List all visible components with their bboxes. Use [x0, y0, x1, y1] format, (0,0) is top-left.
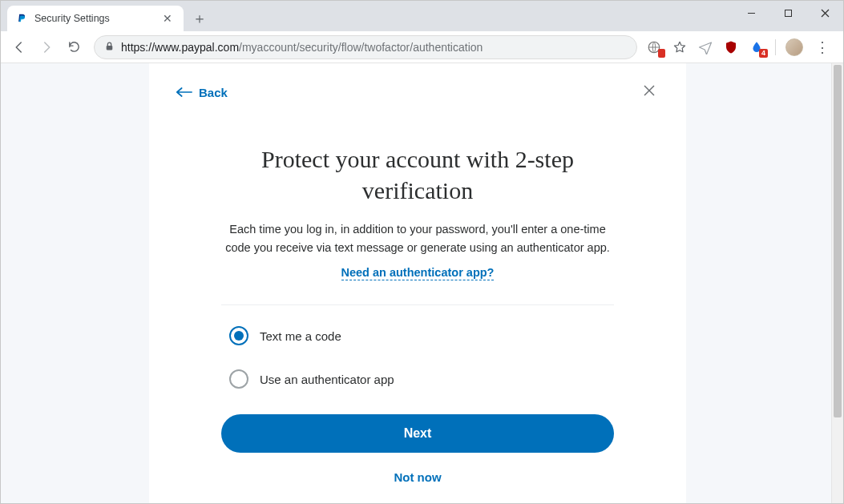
ublock-extension-icon[interactable] [722, 38, 740, 56]
plane-extension-icon[interactable] [697, 38, 714, 56]
nav-reload-button[interactable] [62, 35, 86, 59]
divider [221, 304, 614, 305]
extension-badge [658, 49, 665, 58]
translate-extension-icon[interactable] [645, 38, 663, 56]
avatar-icon [785, 38, 803, 56]
toolbar-separator [775, 39, 776, 55]
radio-unselected-icon [229, 369, 248, 389]
titlebar: Security Settings ✕ ＋ [1, 1, 843, 31]
help-link[interactable]: Need an authenticator app? [341, 266, 495, 280]
window-close-button[interactable] [806, 1, 843, 25]
panel-header: Back [149, 63, 686, 111]
nav-back-button[interactable] [7, 35, 31, 59]
window-maximize-button[interactable] [769, 1, 806, 25]
url-path: /myaccount/security/flow/twofactor/authe… [239, 41, 483, 54]
window-minimize-button[interactable] [733, 1, 769, 25]
page-heading: Protect your account with 2-step verific… [221, 143, 614, 206]
option-text-me[interactable]: Text me a code [229, 326, 606, 345]
radio-selected-icon [229, 326, 248, 345]
scrollbar-track[interactable] [831, 63, 843, 503]
twofactor-panel: Back Protect your account with 2-step ve… [149, 63, 686, 503]
svg-rect-1 [785, 10, 791, 16]
url-host: https://www.paypal.com [121, 41, 239, 54]
new-tab-button[interactable]: ＋ [188, 7, 211, 30]
extension-badge-count: 4 [759, 49, 768, 58]
panel-close-button[interactable] [640, 81, 659, 103]
profile-avatar[interactable] [785, 38, 803, 56]
bookmark-star-icon[interactable] [671, 38, 689, 56]
panel-body: Protect your account with 2-step verific… [149, 111, 686, 484]
browser-tab[interactable]: Security Settings ✕ [7, 6, 184, 31]
tab-close-icon[interactable]: ✕ [160, 10, 176, 26]
not-now-link[interactable]: Not now [221, 470, 614, 484]
tab-title: Security Settings [34, 13, 160, 24]
back-button[interactable]: Back [176, 86, 228, 99]
back-label: Back [199, 86, 228, 99]
address-bar[interactable]: https://www.paypal.com/myaccount/securit… [94, 35, 637, 59]
lock-icon [104, 41, 115, 54]
option-label: Use an authenticator app [260, 373, 394, 386]
option-label: Text me a code [260, 329, 341, 343]
next-button[interactable]: Next [221, 414, 614, 453]
page-content: Back Protect your account with 2-step ve… [1, 63, 843, 503]
svg-rect-4 [107, 45, 113, 49]
option-authenticator-app[interactable]: Use an authenticator app [229, 369, 606, 389]
browser-window: Security Settings ✕ ＋ [0, 0, 844, 504]
url-text: https://www.paypal.com/myaccount/securit… [121, 41, 483, 54]
nav-forward-button[interactable] [34, 35, 59, 59]
extension-icons: 4 ⋮ [645, 38, 837, 56]
browser-toolbar: https://www.paypal.com/myaccount/securit… [1, 31, 843, 63]
scrollbar-thumb[interactable] [834, 65, 842, 417]
window-controls [733, 1, 843, 25]
browser-menu-button[interactable]: ⋮ [811, 38, 834, 56]
page-subtext: Each time you log in, in addition to you… [221, 220, 614, 257]
paypal-favicon-icon [15, 12, 28, 25]
option-list: Text me a code Use an authenticator app [221, 326, 614, 389]
drop-extension-icon[interactable]: 4 [748, 38, 765, 56]
